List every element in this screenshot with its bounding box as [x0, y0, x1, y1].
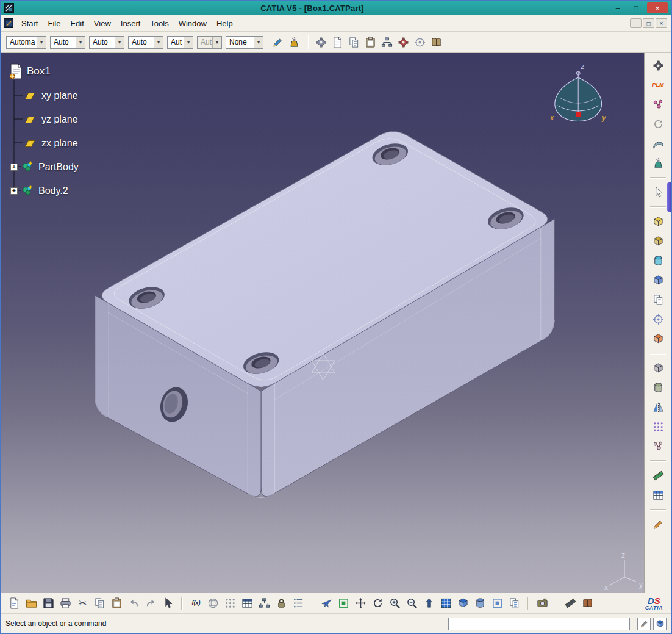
maximize-button[interactable]: □	[629, 2, 643, 13]
save-icon[interactable]	[41, 596, 56, 611]
tree-item-xy-plane[interactable]: xy plane	[4, 88, 78, 103]
lock-update-icon[interactable]	[274, 596, 289, 611]
apply-material-icon[interactable]	[287, 35, 302, 50]
command-input[interactable]	[448, 618, 630, 630]
multi-view-icon[interactable]	[438, 596, 454, 611]
minimize-button[interactable]: –	[610, 2, 625, 13]
chevron-down-icon[interactable]: ▾	[212, 37, 221, 48]
menu-view[interactable]: View	[89, 17, 116, 30]
docked-toolbar-handle[interactable]	[667, 182, 671, 212]
rotate-icon[interactable]	[370, 596, 385, 611]
fit-all-in-icon[interactable]	[336, 596, 351, 611]
view-mode-icon[interactable]	[507, 596, 522, 611]
tree-expander-icon[interactable]: +	[10, 164, 18, 171]
iso-view-icon[interactable]	[456, 596, 471, 611]
copy-icon[interactable]	[92, 596, 107, 611]
new-document-icon[interactable]	[7, 596, 22, 611]
tree-root-label[interactable]: Box1	[27, 65, 51, 77]
pan-icon[interactable]	[353, 596, 368, 611]
whats-this-icon[interactable]	[160, 596, 176, 611]
toolbar-combo-3[interactable]: Auto▾	[128, 36, 163, 49]
knowledge-molecule-icon[interactable]	[649, 96, 667, 113]
rib-icon[interactable]	[649, 272, 667, 289]
design-table-icon[interactable]	[649, 487, 667, 503]
tree-item-zx-plane[interactable]: zx plane	[4, 136, 78, 151]
mirror-icon[interactable]	[649, 399, 667, 416]
tree-item-label[interactable]: PartBody	[38, 162, 79, 173]
catia-app-icon[interactable]	[4, 3, 14, 13]
cut-icon[interactable]: ✂	[75, 596, 90, 611]
fly-mode-icon[interactable]	[319, 596, 334, 611]
document-icon[interactable]	[4, 18, 13, 28]
chevron-down-icon[interactable]: ▾	[184, 37, 193, 48]
capture-icon[interactable]	[535, 596, 550, 611]
apply-material-sidebar-icon[interactable]	[649, 155, 667, 171]
pocket-icon[interactable]	[649, 233, 667, 250]
tree-item-label[interactable]: xy plane	[41, 90, 78, 101]
paste-special-icon[interactable]	[363, 35, 378, 50]
fillet-icon[interactable]	[649, 331, 667, 347]
pad-icon[interactable]	[649, 214, 667, 230]
undo-icon[interactable]	[126, 596, 141, 611]
tree-root[interactable]: Box1	[4, 63, 51, 80]
menu-help[interactable]: Help	[212, 17, 238, 30]
mdi-minimize-button[interactable]: –	[630, 18, 642, 28]
knowledge-icon[interactable]	[206, 596, 221, 611]
toolbar-combo-2[interactable]: Auto▾	[89, 36, 124, 49]
command-history-button[interactable]	[637, 618, 651, 630]
mdi-close-button[interactable]: ×	[656, 18, 667, 28]
measure-between-icon[interactable]	[563, 596, 578, 611]
formula-icon[interactable]: f(x)	[188, 596, 204, 611]
mdi-restore-button[interactable]: □	[643, 18, 654, 28]
chevron-down-icon[interactable]: ▾	[154, 37, 163, 48]
measure-icon[interactable]	[649, 467, 667, 484]
design-table-bottom-icon[interactable]	[240, 596, 255, 611]
redo-icon[interactable]	[143, 596, 159, 611]
hole-icon[interactable]	[649, 311, 667, 328]
shaft-icon[interactable]	[649, 253, 667, 269]
tree-item-partbody[interactable]: +PartBody	[4, 160, 79, 175]
update-icon[interactable]	[396, 35, 411, 50]
chevron-down-icon[interactable]: ▾	[115, 37, 124, 48]
select-cursor-icon[interactable]	[649, 184, 667, 201]
toolbar-combo-5[interactable]: Aut▾	[197, 36, 222, 49]
tree-item-label[interactable]: yz plane	[41, 114, 78, 125]
components-icon[interactable]	[379, 35, 395, 50]
close-button[interactable]: ×	[647, 2, 668, 13]
compass[interactable]: z x y	[549, 62, 606, 122]
tree-item-label[interactable]: zx plane	[41, 138, 78, 149]
graphic-properties-painter-icon[interactable]	[270, 35, 285, 50]
checklist-icon[interactable]	[291, 596, 306, 611]
link-manager-icon[interactable]	[313, 35, 329, 50]
multi-sections-icon[interactable]	[649, 292, 667, 308]
print-icon[interactable]	[58, 596, 73, 611]
tree-item-label[interactable]: Body.2	[38, 186, 68, 196]
curve-analysis-icon[interactable]	[649, 116, 667, 132]
menu-window[interactable]: Window	[174, 17, 212, 30]
3d-viewport[interactable]: z x y z x y Box1xy planeyz planezx plane…	[1, 53, 644, 593]
pattern-icon[interactable]	[649, 419, 667, 435]
tree-expander-icon[interactable]: +	[10, 187, 18, 195]
catalog-browser-icon[interactable]	[429, 35, 444, 50]
constraints-icon[interactable]	[223, 596, 238, 611]
zoom-out-icon[interactable]	[404, 596, 420, 611]
menu-tools[interactable]: Tools	[145, 17, 173, 30]
chevron-down-icon[interactable]: ▾	[76, 37, 85, 48]
toolbar-combo-0[interactable]: Automa▾	[6, 36, 46, 49]
menu-insert[interactable]: Insert	[116, 17, 146, 30]
document-window-button[interactable]	[653, 618, 667, 630]
product-structure-icon[interactable]	[257, 596, 272, 611]
settings-gear-icon[interactable]	[649, 57, 667, 74]
part-body-3d[interactable]	[95, 131, 555, 497]
render-style-icon[interactable]	[490, 596, 505, 611]
chamfer-icon[interactable]	[649, 360, 667, 376]
points-icon[interactable]	[649, 438, 667, 455]
plm-icon[interactable]: PLM	[649, 77, 667, 93]
catalog-icon[interactable]	[580, 596, 595, 611]
open-icon[interactable]	[24, 596, 39, 611]
menu-start[interactable]: Start	[16, 17, 43, 30]
toolbar-combo-6[interactable]: None▾	[226, 36, 263, 49]
draft-icon[interactable]	[649, 380, 667, 396]
menu-edit[interactable]: Edit	[65, 17, 88, 30]
compass-anchor[interactable]	[576, 112, 581, 117]
